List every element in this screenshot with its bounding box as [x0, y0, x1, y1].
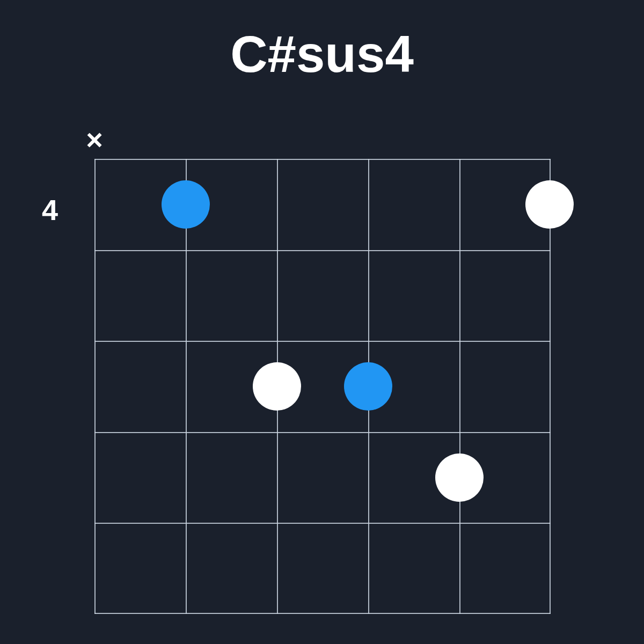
finger-dot-string-5-fret-1 — [162, 180, 210, 229]
fretboard-grid — [94, 159, 551, 614]
starting-fret-label: 4 — [42, 193, 58, 226]
fret-line-5 — [94, 613, 551, 614]
fret-line-3 — [94, 432, 551, 433]
fret-line-1 — [94, 250, 551, 251]
finger-dot-string-2-fret-4 — [435, 453, 484, 502]
fret-line-0 — [94, 159, 551, 160]
string-2-line — [459, 159, 460, 614]
chord-title: C#sus4 — [0, 26, 644, 83]
string-6-line — [94, 159, 96, 614]
mute-indicator-string-6: × — [86, 125, 103, 154]
finger-dot-string-4-fret-3 — [253, 362, 301, 411]
fretboard — [94, 159, 551, 614]
finger-dot-string-3-fret-3 — [344, 362, 392, 411]
fret-line-4 — [94, 523, 551, 524]
fret-line-2 — [94, 341, 551, 342]
finger-dot-string-1-fret-1 — [525, 180, 574, 229]
